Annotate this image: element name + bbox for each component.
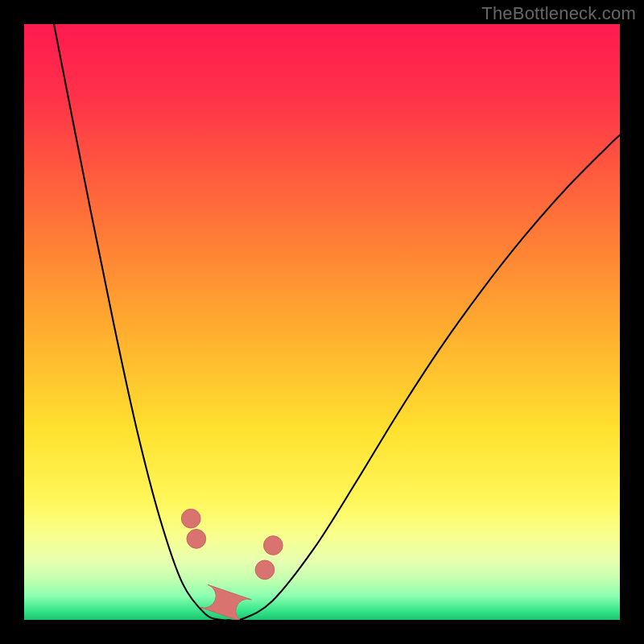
outer-frame: TheBottleneck.com — [0, 0, 644, 644]
plot-area — [24, 24, 620, 620]
marker-dot — [187, 530, 206, 549]
marker-dot — [181, 509, 200, 528]
watermark-label: TheBottleneck.com — [481, 3, 636, 24]
bottleneck-chart — [24, 24, 620, 620]
marker-dot — [263, 536, 283, 555]
marker-dot — [255, 560, 275, 580]
